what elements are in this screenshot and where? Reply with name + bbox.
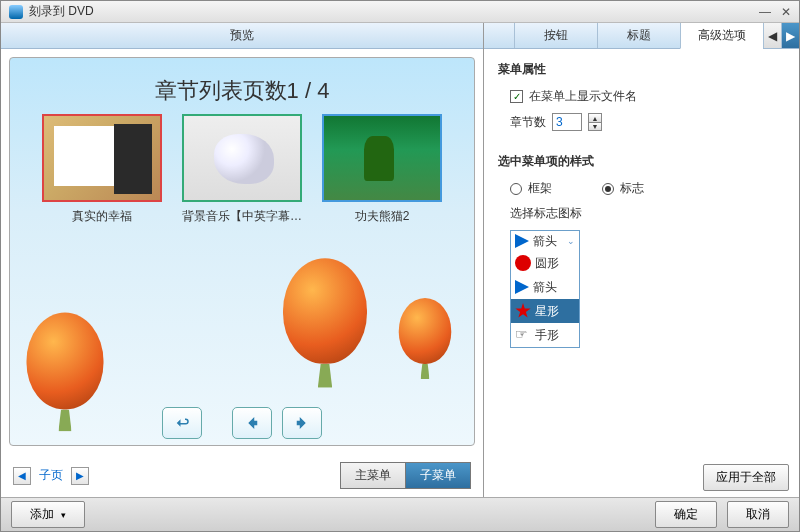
frame-radio-label: 框架 bbox=[528, 180, 552, 197]
mark-radio[interactable] bbox=[602, 183, 614, 195]
pager: ◀ 子页 ▶ bbox=[13, 467, 89, 485]
menu-toggle: 主菜单 子菜单 bbox=[340, 462, 471, 489]
prev-button[interactable] bbox=[232, 407, 272, 439]
right-pane: 按钮 标题 高级选项 ◀ ▶ 菜单属性 ✓ 在菜单上显示文件名 章节数 ▲ ▼ bbox=[484, 23, 799, 497]
combo-item-label: 星形 bbox=[535, 303, 559, 320]
tab-spacer bbox=[484, 23, 514, 48]
thumbnail[interactable]: 真实的幸福 bbox=[42, 114, 162, 225]
combo-selected[interactable]: 箭头 ⌄ bbox=[511, 231, 579, 251]
thumbnail-caption: 背景音乐【中英字幕】Vict bbox=[182, 208, 302, 225]
window-title: 刻录到 DVD bbox=[29, 3, 94, 20]
combo-selected-label: 箭头 bbox=[533, 233, 557, 250]
tab-scroll-left[interactable]: ◀ bbox=[763, 23, 781, 48]
pager-prev[interactable]: ◀ bbox=[13, 467, 31, 485]
tabs: 按钮 标题 高级选项 ◀ ▶ bbox=[484, 23, 799, 49]
combo-item[interactable]: 圆形 bbox=[511, 251, 579, 275]
show-filename-row: ✓ 在菜单上显示文件名 bbox=[510, 88, 785, 105]
chapter-count-input[interactable] bbox=[552, 113, 582, 131]
balloon-icon bbox=[399, 298, 452, 364]
chapter-count-row: 章节数 ▲ ▼ bbox=[510, 113, 785, 131]
titlebar: 刻录到 DVD — ✕ bbox=[1, 1, 799, 23]
balloon-icon bbox=[27, 313, 104, 410]
return-icon bbox=[173, 414, 191, 432]
choose-mark-row: 选择标志图标 bbox=[510, 205, 785, 222]
frame-radio[interactable] bbox=[510, 183, 522, 195]
preview-header: 预览 bbox=[1, 23, 483, 49]
triangle-icon bbox=[515, 280, 529, 294]
apply-row: 应用于全部 bbox=[484, 458, 799, 497]
ok-button[interactable]: 确定 bbox=[655, 501, 717, 528]
combo-item[interactable]: 星形 bbox=[511, 299, 579, 323]
chapter-count-label: 章节数 bbox=[510, 114, 546, 131]
combo-item[interactable]: ☞手形 bbox=[511, 323, 579, 347]
preview-area: 章节列表页数1 / 4 真实的幸福 背景音乐【中英字幕】Vict 功夫熊猫2 bbox=[9, 57, 475, 446]
combo-item-label: 圆形 bbox=[535, 255, 559, 272]
bottom-controls: ◀ 子页 ▶ 主菜单 子菜单 bbox=[1, 454, 483, 497]
balloon-icon bbox=[283, 258, 367, 364]
pager-next[interactable]: ▶ bbox=[71, 467, 89, 485]
chevron-down-icon: ⌄ bbox=[567, 236, 575, 246]
thumbnail[interactable]: 背景音乐【中英字幕】Vict bbox=[182, 114, 302, 225]
pager-label: 子页 bbox=[31, 467, 71, 484]
circle-icon bbox=[515, 255, 531, 271]
tab-scroll-right[interactable]: ▶ bbox=[781, 23, 799, 48]
thumbnail-image bbox=[322, 114, 442, 202]
next-button[interactable] bbox=[282, 407, 322, 439]
combo-item[interactable]: 箭头 bbox=[511, 275, 579, 299]
cancel-button[interactable]: 取消 bbox=[727, 501, 789, 528]
app-icon bbox=[9, 5, 23, 19]
window: 刻录到 DVD — ✕ 预览 章节列表页数1 / 4 真实的幸福 背景音乐【中英… bbox=[0, 0, 800, 532]
thumbnail-caption: 功夫熊猫2 bbox=[322, 208, 442, 225]
thumbnail-image bbox=[182, 114, 302, 202]
close-button[interactable]: ✕ bbox=[781, 5, 791, 19]
section-title: 菜单属性 bbox=[498, 61, 785, 78]
style-radio-row: 框架 标志 bbox=[510, 180, 785, 197]
hand-icon: ☞ bbox=[515, 327, 531, 343]
content: 预览 章节列表页数1 / 4 真实的幸福 背景音乐【中英字幕】Vict 功夫熊猫… bbox=[1, 23, 799, 497]
tab-advanced[interactable]: 高级选项 bbox=[680, 23, 763, 49]
sub-menu-button[interactable]: 子菜单 bbox=[406, 462, 471, 489]
thumbnails: 真实的幸福 背景音乐【中英字幕】Vict 功夫熊猫2 bbox=[10, 114, 474, 225]
footer: 添加 确定 取消 bbox=[1, 497, 799, 531]
thumbnail[interactable]: 功夫熊猫2 bbox=[322, 114, 442, 225]
window-controls: — ✕ bbox=[759, 5, 791, 19]
thumbnail-caption: 真实的幸福 bbox=[42, 208, 162, 225]
combo-item-label: 手形 bbox=[535, 327, 559, 344]
star-icon bbox=[515, 303, 531, 319]
background-art bbox=[20, 245, 464, 415]
thumbnail-image bbox=[42, 114, 162, 202]
combo-item-label: 箭头 bbox=[533, 279, 557, 296]
properties-panel: 菜单属性 ✓ 在菜单上显示文件名 章节数 ▲ ▼ 选中菜单项的样式 bbox=[484, 49, 799, 458]
tab-title[interactable]: 标题 bbox=[597, 23, 680, 48]
add-button[interactable]: 添加 bbox=[11, 501, 85, 528]
combo-list: 圆形 箭头 星形 ☞手形 bbox=[511, 251, 579, 347]
minimize-button[interactable]: — bbox=[759, 5, 771, 19]
tab-button[interactable]: 按钮 bbox=[514, 23, 597, 48]
spinner: ▲ ▼ bbox=[588, 113, 602, 131]
back-button[interactable] bbox=[162, 407, 202, 439]
mark-combo[interactable]: 箭头 ⌄ 圆形 箭头 星形 ☞手形 bbox=[510, 230, 580, 348]
left-pane: 预览 章节列表页数1 / 4 真实的幸福 背景音乐【中英字幕】Vict 功夫熊猫… bbox=[1, 23, 484, 497]
apply-all-button[interactable]: 应用于全部 bbox=[703, 464, 789, 491]
show-filename-checkbox[interactable]: ✓ bbox=[510, 90, 523, 103]
section-title: 选中菜单项的样式 bbox=[498, 153, 785, 170]
arrow-right-icon bbox=[293, 414, 311, 432]
mark-combo-wrap: 箭头 ⌄ 圆形 箭头 星形 ☞手形 bbox=[510, 230, 785, 348]
show-filename-label: 在菜单上显示文件名 bbox=[529, 88, 637, 105]
arrow-left-icon bbox=[243, 414, 261, 432]
mark-radio-label: 标志 bbox=[620, 180, 644, 197]
spinner-up[interactable]: ▲ bbox=[588, 113, 602, 122]
main-menu-button[interactable]: 主菜单 bbox=[340, 462, 406, 489]
nav-row bbox=[10, 407, 474, 439]
chapter-page-title: 章节列表页数1 / 4 bbox=[10, 76, 474, 106]
spinner-down[interactable]: ▼ bbox=[588, 122, 602, 131]
triangle-icon bbox=[515, 234, 529, 248]
